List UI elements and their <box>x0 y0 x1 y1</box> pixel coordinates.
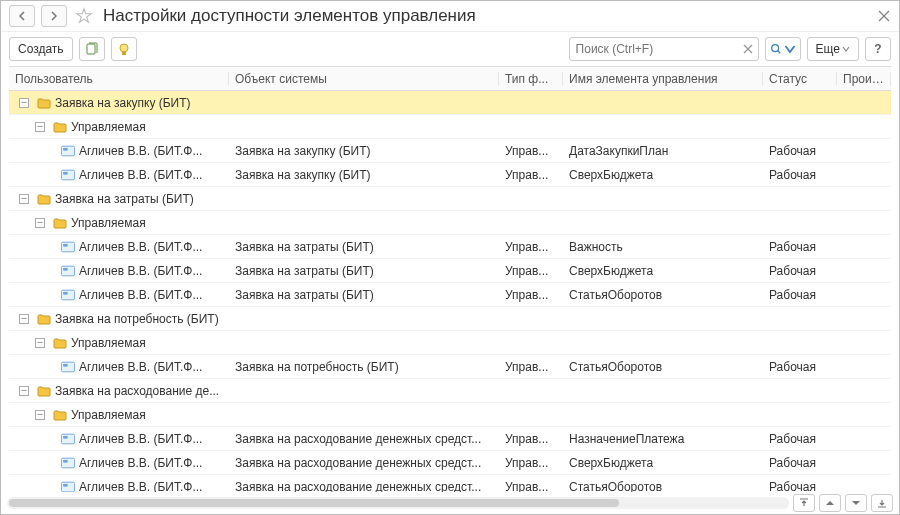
table-row[interactable]: –Управляемая <box>9 211 891 235</box>
row-user-cell: Агличев В.В. (БИТ.Ф... <box>15 360 223 374</box>
row-user-cell: –Управляемая <box>15 336 223 350</box>
row-user-label: Агличев В.В. (БИТ.Ф... <box>79 480 202 493</box>
expand-toggle[interactable]: – <box>19 386 29 396</box>
grid-body[interactable]: –Заявка на закупку (БИТ)–УправляемаяАгли… <box>9 91 891 492</box>
svg-rect-2 <box>122 52 125 55</box>
card-icon <box>61 145 75 157</box>
row-formtype-cell: Управ... <box>499 240 563 254</box>
card-icon <box>61 169 75 181</box>
more-button[interactable]: Еще <box>807 37 859 61</box>
row-elem-cell: Важность <box>563 240 763 254</box>
arrow-right-icon <box>49 11 59 21</box>
expand-toggle[interactable]: – <box>35 122 45 132</box>
table-row[interactable]: –Заявка на расходование де... <box>9 379 891 403</box>
chevron-down-icon <box>784 43 796 55</box>
arrow-left-icon <box>17 11 27 21</box>
hint-button[interactable] <box>111 37 137 61</box>
row-user-label: Заявка на расходование де... <box>55 384 219 398</box>
col-elemname[interactable]: Имя элемента управления <box>563 72 763 86</box>
scrollbar-thumb[interactable] <box>9 499 619 507</box>
close-icon[interactable] <box>877 9 891 23</box>
row-elem-cell: СтатьяОборотов <box>563 360 763 374</box>
svg-rect-14 <box>61 362 74 372</box>
row-formtype-cell: Управ... <box>499 168 563 182</box>
row-status-cell: Рабочая <box>763 288 837 302</box>
table-row[interactable]: –Заявка на потребность (БИТ) <box>9 307 891 331</box>
svg-rect-11 <box>64 268 68 270</box>
scroll-top-button[interactable] <box>793 494 815 512</box>
row-status-cell: Рабочая <box>763 240 837 254</box>
table-row[interactable]: –Управляемая <box>9 115 891 139</box>
search-field[interactable] <box>569 37 759 61</box>
table-row[interactable]: –Заявка на закупку (БИТ) <box>9 91 891 115</box>
create-button[interactable]: Создать <box>9 37 73 61</box>
nav-back-button[interactable] <box>9 5 35 27</box>
table-row[interactable]: Агличев В.В. (БИТ.Ф...Заявка на потребно… <box>9 355 891 379</box>
row-elem-cell: СверхБюджета <box>563 264 763 278</box>
row-formtype-cell: Управ... <box>499 432 563 446</box>
search-input[interactable] <box>574 41 742 57</box>
row-user-cell: –Заявка на потребность (БИТ) <box>15 312 223 326</box>
folder-icon <box>37 313 51 325</box>
row-status-cell: Рабочая <box>763 360 837 374</box>
table-row[interactable]: Агличев В.В. (БИТ.Ф...Заявка на затраты … <box>9 235 891 259</box>
svg-rect-20 <box>61 482 74 492</box>
card-icon <box>61 289 75 301</box>
svg-point-3 <box>771 45 778 52</box>
scroll-bottom-button[interactable] <box>871 494 893 512</box>
question-icon: ? <box>874 42 881 56</box>
horizontal-scrollbar[interactable] <box>7 497 789 509</box>
window: Настройки доступности элементов управлен… <box>0 0 900 515</box>
col-user[interactable]: Пользователь <box>9 72 229 86</box>
svg-rect-18 <box>61 458 74 468</box>
col-last[interactable]: Произво <box>837 72 891 86</box>
svg-rect-10 <box>61 266 74 276</box>
expand-toggle[interactable]: – <box>19 98 29 108</box>
table-row[interactable]: Агличев В.В. (БИТ.Ф...Заявка на расходов… <box>9 451 891 475</box>
expand-toggle[interactable]: – <box>19 194 29 204</box>
expand-toggle[interactable]: – <box>35 218 45 228</box>
search-button[interactable] <box>765 37 801 61</box>
row-user-cell: –Заявка на закупку (БИТ) <box>15 96 223 110</box>
row-status-cell: Рабочая <box>763 168 837 182</box>
copy-button[interactable] <box>79 37 105 61</box>
nav-forward-button[interactable] <box>41 5 67 27</box>
table-row[interactable]: Агличев В.В. (БИТ.Ф...Заявка на затраты … <box>9 283 891 307</box>
row-formtype-cell: Управ... <box>499 480 563 493</box>
table-row[interactable]: Агличев В.В. (БИТ.Ф...Заявка на закупку … <box>9 139 891 163</box>
row-status-cell: Рабочая <box>763 432 837 446</box>
favorite-star-icon[interactable] <box>75 7 93 25</box>
folder-icon <box>53 409 67 421</box>
card-icon <box>61 433 75 445</box>
svg-rect-15 <box>64 364 68 366</box>
scroll-up-button[interactable] <box>819 494 841 512</box>
col-status[interactable]: Статус <box>763 72 837 86</box>
help-button[interactable]: ? <box>865 37 891 61</box>
card-icon <box>61 241 75 253</box>
row-user-cell: Агличев В.В. (БИТ.Ф... <box>15 144 223 158</box>
row-user-cell: –Управляемая <box>15 120 223 134</box>
col-object[interactable]: Объект системы <box>229 72 499 86</box>
more-label: Еще <box>816 42 840 56</box>
expand-toggle[interactable]: – <box>19 314 29 324</box>
grid-footer <box>1 492 899 514</box>
expand-toggle[interactable]: – <box>35 410 45 420</box>
table-row[interactable]: –Заявка на затраты (БИТ) <box>9 187 891 211</box>
bar-up-icon <box>799 498 809 508</box>
table-row[interactable]: –Управляемая <box>9 403 891 427</box>
row-object-cell: Заявка на затраты (БИТ) <box>229 288 499 302</box>
col-formtype[interactable]: Тип ф... <box>499 72 563 86</box>
table-row[interactable]: –Управляемая <box>9 331 891 355</box>
titlebar: Настройки доступности элементов управлен… <box>1 1 899 32</box>
table-row[interactable]: Агличев В.В. (БИТ.Ф...Заявка на расходов… <box>9 475 891 492</box>
table-row[interactable]: Агличев В.В. (БИТ.Ф...Заявка на расходов… <box>9 427 891 451</box>
row-user-cell: Агличев В.В. (БИТ.Ф... <box>15 432 223 446</box>
svg-rect-21 <box>64 484 68 486</box>
chevron-down-icon <box>842 45 850 53</box>
expand-toggle[interactable]: – <box>35 338 45 348</box>
table-row[interactable]: Агличев В.В. (БИТ.Ф...Заявка на затраты … <box>9 259 891 283</box>
scroll-down-button[interactable] <box>845 494 867 512</box>
row-status-cell: Рабочая <box>763 456 837 470</box>
search-clear-icon[interactable] <box>742 43 754 55</box>
table-row[interactable]: Агличев В.В. (БИТ.Ф...Заявка на закупку … <box>9 163 891 187</box>
